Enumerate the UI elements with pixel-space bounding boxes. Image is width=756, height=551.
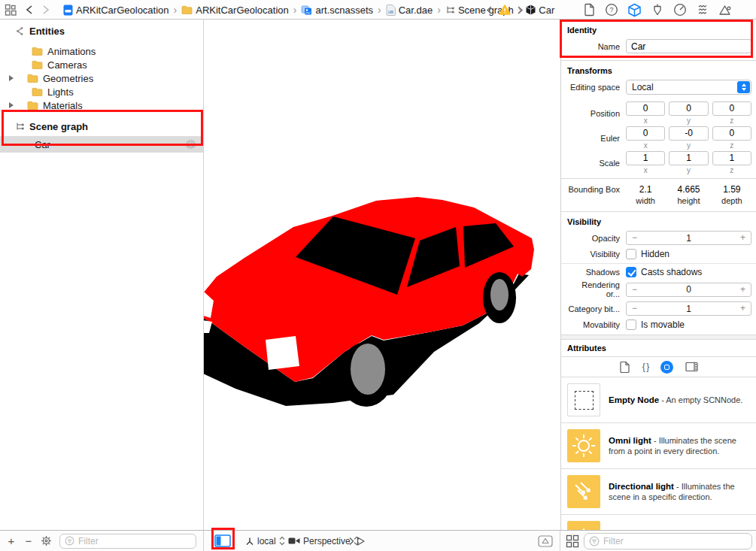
materials-inspector-icon[interactable]	[718, 3, 733, 17]
sidebar-item-label: Cameras	[47, 59, 87, 71]
file-inspector-icon[interactable]	[583, 3, 596, 17]
stepper-minus[interactable]: −	[632, 283, 637, 296]
breadcrumb-group[interactable]: ARKitCarGeolocation	[181, 5, 289, 16]
scale-x-field[interactable]: 1	[626, 151, 665, 165]
axis-x-label: x	[626, 166, 665, 174]
related-items-icon[interactable]	[5, 4, 17, 16]
code-snippet-library-icon[interactable]: { }	[642, 362, 648, 372]
sidebar-item-geometries[interactable]: Geometries	[0, 71, 203, 85]
library-item-directional-light[interactable]: Directional light - Illuminates the scen…	[561, 469, 756, 515]
breadcrumb-label: ARKitCarGeolocation	[76, 5, 169, 16]
breadcrumb-project[interactable]: ARKitCarGeolocation	[63, 5, 169, 16]
breadcrumb-node-car[interactable]: Car	[526, 5, 554, 16]
orientation-dropdown[interactable]: local	[245, 531, 285, 551]
hidden-checkbox[interactable]	[626, 249, 636, 259]
next-issue-button[interactable]	[517, 5, 524, 15]
library-item-omni-light[interactable]: Omni light - Illuminates the scene from …	[561, 423, 756, 469]
entities-filter-input[interactable]	[78, 536, 191, 546]
gear-icon[interactable]	[41, 535, 52, 546]
stepper-plus[interactable]: +	[740, 302, 745, 315]
viewport-bottom-bar: local Perspective	[204, 531, 560, 551]
is-movable-label: Is movable	[641, 319, 685, 330]
previous-issue-button[interactable]	[486, 5, 493, 15]
object-library-icon[interactable]	[660, 361, 673, 374]
bounding-box-width-label: width	[626, 196, 665, 205]
car-model[interactable]	[204, 180, 534, 415]
library-item-title: Omni light	[609, 436, 651, 445]
filter-icon	[65, 536, 74, 546]
sidebar-item-cameras[interactable]: Cameras	[0, 58, 203, 71]
sidebar-item-animations[interactable]: Animations	[0, 44, 203, 58]
cube-gray-icon	[186, 139, 196, 150]
position-z-field[interactable]: 0	[712, 101, 751, 116]
stepper-minus[interactable]: −	[632, 302, 637, 315]
axis-y-label: y	[669, 141, 708, 150]
dropdown-stepper-icon[interactable]	[737, 81, 750, 93]
scene-viewport[interactable]	[204, 20, 560, 530]
identity-header: Identity	[561, 20, 756, 36]
entities-header[interactable]: Entities	[15, 24, 203, 38]
euler-z-field[interactable]: 0	[712, 126, 751, 141]
breadcrumb-assets[interactable]: art.scnassets	[301, 5, 373, 16]
node-inspector-icon[interactable]	[627, 3, 642, 17]
opacity-stepper[interactable]: − 1 +	[626, 231, 751, 245]
quick-help-inspector-icon[interactable]: ?	[605, 3, 618, 17]
stepper-plus[interactable]: +	[740, 232, 745, 244]
library-tab-bar: { }	[561, 357, 756, 377]
axis-y-label: y	[669, 166, 708, 174]
scale-y-field[interactable]: 1	[669, 151, 708, 165]
casts-shadows-checkbox[interactable]	[626, 267, 636, 277]
expand-chevron-icon[interactable]	[348, 537, 354, 546]
camera-label: Perspective	[303, 536, 351, 546]
opacity-value[interactable]: 1	[686, 233, 691, 244]
file-template-library-icon[interactable]	[619, 361, 630, 374]
name-field[interactable]	[626, 39, 751, 53]
library-filter-field[interactable]	[584, 533, 752, 549]
navigator-bottom-bar: + −	[0, 531, 204, 551]
add-entity-button[interactable]: +	[6, 534, 17, 547]
asset-catalog-icon	[301, 5, 312, 15]
breadcrumb-separator: ›	[293, 4, 297, 16]
warning-icon[interactable]	[499, 5, 511, 15]
entities-filter-field[interactable]	[59, 534, 196, 549]
breadcrumb-file[interactable]: Car.dae	[386, 5, 433, 16]
disclosure-triangle-icon[interactable]	[9, 102, 14, 108]
scene-node-car[interactable]: Car	[0, 136, 203, 153]
scene-graph-header[interactable]: Scene graph	[15, 120, 203, 133]
rendering-order-stepper[interactable]: − 0 +	[626, 283, 751, 297]
back-button[interactable]	[26, 5, 33, 15]
disclosure-triangle-icon[interactable]	[9, 75, 14, 81]
remove-entity-button[interactable]: −	[23, 534, 34, 547]
category-bitmask-value[interactable]: 1	[686, 304, 691, 314]
sidebar-item-lights[interactable]: Lights	[0, 85, 203, 98]
play-button[interactable]	[356, 536, 366, 546]
library-filter-input[interactable]	[603, 536, 747, 546]
scene-inspector-icon[interactable]	[696, 3, 709, 17]
position-x-field[interactable]: 0	[626, 101, 665, 116]
library-item-spot-light[interactable]: Spot light - Illuminates the scene	[561, 515, 756, 530]
breadcrumb-label: ARKitCarGeolocation	[196, 5, 289, 16]
rendering-order-value[interactable]: 0	[686, 284, 691, 295]
axis-z-label: z	[712, 141, 751, 150]
grid-view-icon[interactable]	[566, 534, 579, 548]
editing-space-dropdown[interactable]: Local	[626, 80, 751, 95]
attributes-inspector-icon[interactable]	[651, 3, 664, 17]
category-bitmask-stepper[interactable]: − 1 +	[626, 301, 751, 316]
scale-z-field[interactable]: 1	[712, 151, 751, 165]
cube-icon	[526, 5, 536, 15]
physics-inspector-icon[interactable]	[673, 3, 687, 17]
media-library-icon[interactable]	[685, 362, 698, 372]
library-item-empty-node[interactable]: Empty Node - An empty SCNNode.	[561, 377, 756, 423]
hide-library-button[interactable]	[538, 535, 553, 547]
euler-y-field[interactable]: -0	[669, 126, 708, 141]
position-y-field[interactable]: 0	[669, 101, 708, 116]
euler-x-field[interactable]: 0	[626, 126, 665, 141]
folder-icon	[32, 60, 43, 69]
forward-button[interactable]	[42, 5, 50, 15]
bounding-box-label: Bounding Box	[566, 184, 626, 194]
stepper-minus[interactable]: −	[632, 232, 637, 244]
is-movable-checkbox[interactable]	[626, 319, 636, 330]
overlays-toggle-button[interactable]	[214, 534, 231, 547]
stepper-plus[interactable]: +	[740, 283, 745, 296]
sidebar-item-materials[interactable]: Materials	[0, 98, 203, 112]
